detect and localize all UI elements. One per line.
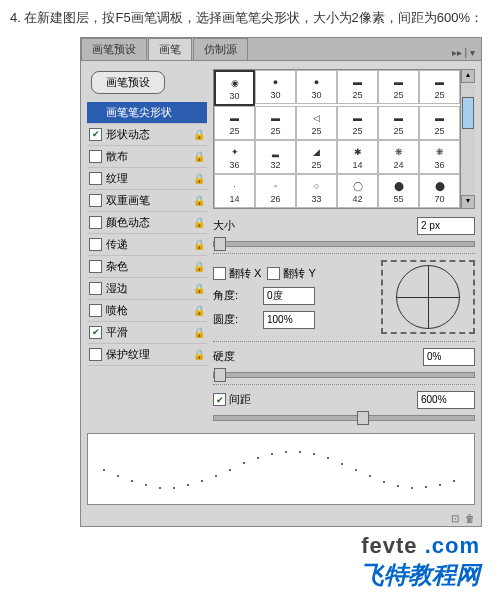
option-wet-edges[interactable]: 湿边🔒 — [87, 278, 207, 300]
angle-widget[interactable] — [381, 260, 475, 334]
brush-tip[interactable]: ▬25 — [255, 106, 296, 140]
lock-icon[interactable]: 🔒 — [193, 195, 205, 206]
angle-label: 角度: — [213, 288, 263, 303]
option-noise[interactable]: 杂色🔒 — [87, 256, 207, 278]
brush-tip[interactable]: ▬25 — [419, 70, 460, 104]
brush-tip[interactable]: ○33 — [296, 174, 337, 208]
checkbox[interactable] — [89, 150, 102, 163]
checkbox[interactable]: ✔ — [89, 128, 102, 141]
brush-panel: 画笔预设 画笔 仿制源 ▸▸ | ▾ 画笔预设 画笔笔尖形状 ✔形状动态🔒 散布… — [80, 37, 482, 527]
lock-icon[interactable]: 🔒 — [193, 261, 205, 272]
options-list: 画笔笔尖形状 ✔形状动态🔒 散布🔒 纹理🔒 双重画笔🔒 颜色动态🔒 传递🔒 杂色… — [87, 102, 207, 366]
brush-tip[interactable]: ✦36 — [214, 140, 255, 174]
lock-icon[interactable]: 🔒 — [193, 173, 205, 184]
brush-tip[interactable]: ◯42 — [337, 174, 378, 208]
spacing-label: 间距 — [229, 392, 269, 407]
flip-y-checkbox[interactable] — [267, 267, 280, 280]
option-airbrush[interactable]: 喷枪🔒 — [87, 300, 207, 322]
flip-x-label: 翻转 X — [229, 266, 261, 281]
brush-tip[interactable]: ❋36 — [419, 140, 460, 174]
panel-menu-icon[interactable]: ▸▸ | ▾ — [446, 45, 481, 60]
lock-icon[interactable]: 🔒 — [193, 239, 205, 250]
checkbox[interactable] — [89, 172, 102, 185]
size-slider[interactable] — [213, 241, 475, 247]
hardness-slider[interactable] — [213, 372, 475, 378]
hardness-input[interactable] — [423, 348, 475, 366]
brush-tip[interactable]: ▬25 — [214, 106, 255, 140]
brush-tip[interactable]: ◉30 — [214, 70, 255, 106]
option-brush-tip-shape[interactable]: 画笔笔尖形状 — [87, 102, 207, 124]
checkbox[interactable] — [89, 238, 102, 251]
brush-tip[interactable]: ▬25 — [378, 106, 419, 140]
brush-tip[interactable]: ▬25 — [419, 106, 460, 140]
option-shape-dynamics[interactable]: ✔形状动态🔒 — [87, 124, 207, 146]
size-label: 大小 — [213, 218, 263, 233]
lock-icon[interactable]: 🔒 — [193, 283, 205, 294]
option-texture[interactable]: 纹理🔒 — [87, 168, 207, 190]
option-protect-texture[interactable]: 保护纹理🔒 — [87, 344, 207, 366]
hardness-label: 硬度 — [213, 349, 263, 364]
brush-tip[interactable]: ◁25 — [296, 106, 337, 140]
brush-tip[interactable]: ●30 — [255, 70, 296, 104]
spacing-input[interactable] — [417, 391, 475, 409]
checkbox[interactable]: ✔ — [89, 326, 102, 339]
brush-tip[interactable]: ●30 — [296, 70, 337, 104]
spacing-checkbox[interactable]: ✔ — [213, 393, 226, 406]
brush-presets-button[interactable]: 画笔预设 — [91, 71, 165, 94]
option-dual-brush[interactable]: 双重画笔🔒 — [87, 190, 207, 212]
lock-icon[interactable]: 🔒 — [193, 305, 205, 316]
option-transfer[interactable]: 传递🔒 — [87, 234, 207, 256]
instruction-text: 4. 在新建图层，按F5画笔调板，选择画笔笔尖形状，大小为2像素，间距为600%… — [0, 0, 500, 37]
flip-x-checkbox[interactable] — [213, 267, 226, 280]
lock-icon[interactable]: 🔒 — [193, 129, 205, 140]
brush-tip[interactable]: ▬25 — [378, 70, 419, 104]
brush-tip[interactable]: ⬤70 — [419, 174, 460, 208]
scroll-thumb[interactable] — [462, 97, 474, 129]
brush-preview — [87, 433, 475, 505]
checkbox[interactable] — [89, 260, 102, 273]
brush-tip[interactable]: ◢25 — [296, 140, 337, 174]
brush-tip[interactable]: ▬25 — [337, 70, 378, 104]
angle-input[interactable] — [263, 287, 315, 305]
tab-brush[interactable]: 画笔 — [148, 38, 192, 60]
brush-tip-grid: ◉30●30●30▬25▬25▬25▬25▬25◁25▬25▬25▬25✦36▂… — [213, 69, 461, 209]
brush-tip[interactable]: ❋24 — [378, 140, 419, 174]
roundness-input[interactable] — [263, 311, 315, 329]
brush-tip[interactable]: ·14 — [214, 174, 255, 208]
checkbox[interactable] — [89, 282, 102, 295]
option-color-dynamics[interactable]: 颜色动态🔒 — [87, 212, 207, 234]
new-preset-icon[interactable]: ⊡ — [451, 513, 459, 524]
option-scatter[interactable]: 散布🔒 — [87, 146, 207, 168]
tab-presets[interactable]: 画笔预设 — [81, 38, 147, 60]
tab-bar: 画笔预设 画笔 仿制源 ▸▸ | ▾ — [81, 38, 481, 61]
size-input[interactable] — [417, 217, 475, 235]
brush-tip[interactable]: ▂32 — [255, 140, 296, 174]
brush-tip[interactable]: ▬25 — [337, 106, 378, 140]
lock-icon[interactable]: 🔒 — [193, 349, 205, 360]
flip-y-label: 翻转 Y — [283, 266, 315, 281]
roundness-label: 圆度: — [213, 312, 263, 327]
checkbox[interactable] — [89, 194, 102, 207]
option-smoothing[interactable]: ✔平滑🔒 — [87, 322, 207, 344]
scrollbar[interactable]: ▴ ▾ — [460, 69, 475, 209]
brush-tip[interactable]: ✱14 — [337, 140, 378, 174]
lock-icon[interactable]: 🔒 — [193, 151, 205, 162]
brush-tip[interactable]: ◦26 — [255, 174, 296, 208]
scroll-up-icon[interactable]: ▴ — [461, 69, 475, 83]
spacing-slider[interactable] — [213, 415, 475, 421]
lock-icon[interactable]: 🔒 — [193, 327, 205, 338]
brush-tip[interactable]: ⬤55 — [378, 174, 419, 208]
lock-icon[interactable]: 🔒 — [193, 217, 205, 228]
checkbox[interactable] — [89, 304, 102, 317]
trash-icon[interactable]: 🗑 — [465, 513, 475, 524]
checkbox[interactable] — [89, 348, 102, 361]
tab-clone[interactable]: 仿制源 — [193, 38, 248, 60]
watermark: fevte .com 飞特教程网 — [0, 527, 500, 593]
scroll-down-icon[interactable]: ▾ — [461, 195, 475, 209]
checkbox[interactable] — [89, 216, 102, 229]
